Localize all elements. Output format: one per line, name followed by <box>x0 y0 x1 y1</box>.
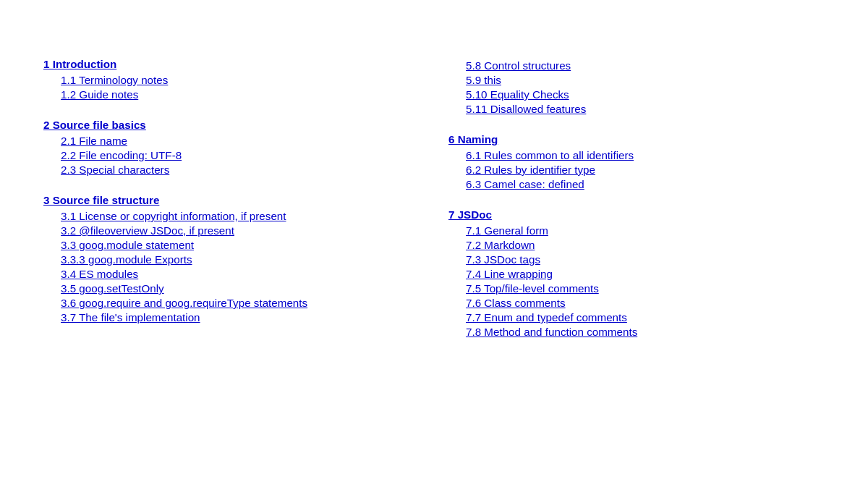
section-heading-sec6: 6 Naming <box>448 133 825 146</box>
toc-link[interactable]: 5.11 Disallowed features <box>466 103 586 115</box>
list-item: 5.8 Control structures <box>466 59 825 72</box>
toc-link[interactable]: 6.1 Rules common to all identifiers <box>466 149 634 161</box>
list-item: 3.7 The file's implementation <box>61 311 420 324</box>
section-link-sec3[interactable]: 3 Source file structure <box>43 194 159 206</box>
toc-link[interactable]: 7.4 Line wrapping <box>466 268 553 280</box>
list-item: 3.2 @fileoverview JSDoc, if present <box>61 224 420 237</box>
sub-items-sec6: 6.1 Rules common to all identifiers6.2 R… <box>448 149 825 191</box>
list-item: 2.1 File name <box>61 135 420 148</box>
list-item: 7.8 Method and function comments <box>466 326 825 339</box>
toc-link[interactable]: 1.2 Guide notes <box>61 88 138 101</box>
toc-link[interactable]: 5.8 Control structures <box>466 59 571 72</box>
toc-container: 1 Introduction1.1 Terminology notes1.2 G… <box>43 58 825 356</box>
toc-link[interactable]: 3.3 goog.module statement <box>61 239 194 251</box>
section-group-sec1: 1 Introduction1.1 Terminology notes1.2 G… <box>43 58 420 101</box>
toc-link[interactable]: 7.5 Top/file-level comments <box>466 282 599 295</box>
section-group-sec6: 6 Naming6.1 Rules common to all identifi… <box>448 133 825 191</box>
section-heading-sec3: 3 Source file structure <box>43 194 420 207</box>
list-item: 2.2 File encoding: UTF-8 <box>61 149 420 162</box>
sub-items-sec7: 7.1 General form7.2 Markdown7.3 JSDoc ta… <box>448 224 825 339</box>
list-item: 7.2 Markdown <box>466 239 825 252</box>
section-group-sec3: 3 Source file structure3.1 License or co… <box>43 194 420 324</box>
section-link-sec6[interactable]: 6 Naming <box>448 133 498 145</box>
list-item: 6.3 Camel case: defined <box>466 178 825 191</box>
list-item: 5.11 Disallowed features <box>466 103 825 116</box>
section-heading-sec7: 7 JSDoc <box>448 208 825 221</box>
toc-link[interactable]: 7.3 JSDoc tags <box>466 253 540 266</box>
toc-link[interactable]: 3.6 goog.require and goog.requireType st… <box>61 297 307 309</box>
list-item: 6.2 Rules by identifier type <box>466 164 825 177</box>
list-item: 7.1 General form <box>466 224 825 237</box>
sub-items-sec1: 1.1 Terminology notes1.2 Guide notes <box>43 74 420 101</box>
section-link-sec1[interactable]: 1 Introduction <box>43 58 116 70</box>
toc-link[interactable]: 7.6 Class comments <box>466 297 566 309</box>
toc-link[interactable]: 7.2 Markdown <box>466 239 535 251</box>
section-group-sec5cont: 5.8 Control structures5.9 this5.10 Equal… <box>448 59 825 116</box>
toc-link[interactable]: 3.5 goog.setTestOnly <box>61 282 164 295</box>
toc-left-column: 1 Introduction1.1 Terminology notes1.2 G… <box>43 58 420 356</box>
list-item: 1.2 Guide notes <box>61 88 420 101</box>
toc-link[interactable]: 3.4 ES modules <box>61 268 138 280</box>
section-heading-sec1: 1 Introduction <box>43 58 420 71</box>
toc-link[interactable]: 1.1 Terminology notes <box>61 74 168 86</box>
toc-link[interactable]: 3.7 The file's implementation <box>61 311 200 323</box>
toc-link[interactable]: 2.2 File encoding: UTF-8 <box>61 149 182 161</box>
sub-items-sec2: 2.1 File name2.2 File encoding: UTF-82.3… <box>43 135 420 177</box>
list-item: 7.6 Class comments <box>466 297 825 310</box>
toc-link[interactable]: 7.1 General form <box>466 224 548 237</box>
toc-link[interactable]: 5.10 Equality Checks <box>466 88 569 101</box>
list-item: 1.1 Terminology notes <box>61 74 420 87</box>
list-item: 3.1 License or copyright information, if… <box>61 210 420 223</box>
sub-items-sec5cont: 5.8 Control structures5.9 this5.10 Equal… <box>448 59 825 116</box>
list-item: 5.9 this <box>466 74 825 87</box>
toc-link[interactable]: 7.7 Enum and typedef comments <box>466 311 627 323</box>
list-item: 2.3 Special characters <box>61 164 420 177</box>
list-item: 7.4 Line wrapping <box>466 268 825 281</box>
list-item: 7.3 JSDoc tags <box>466 253 825 266</box>
list-item: 3.5 goog.setTestOnly <box>61 282 420 295</box>
list-item: 6.1 Rules common to all identifiers <box>466 149 825 162</box>
list-item: 3.6 goog.require and goog.requireType st… <box>61 297 420 310</box>
toc-link[interactable]: 3.2 @fileoverview JSDoc, if present <box>61 224 234 237</box>
toc-link[interactable]: 2.1 File name <box>61 135 127 147</box>
sub-items-sec3: 3.1 License or copyright information, if… <box>43 210 420 324</box>
toc-link[interactable]: 2.3 Special characters <box>61 164 169 176</box>
list-item: 3.4 ES modules <box>61 268 420 281</box>
list-item: 5.10 Equality Checks <box>466 88 825 101</box>
toc-link[interactable]: 7.8 Method and function comments <box>466 326 637 338</box>
toc-link[interactable]: 3.3.3 goog.module Exports <box>61 253 192 266</box>
toc-link[interactable]: 5.9 this <box>466 74 501 86</box>
section-link-sec2[interactable]: 2 Source file basics <box>43 119 146 131</box>
section-heading-sec2: 2 Source file basics <box>43 119 420 132</box>
section-group-sec2: 2 Source file basics2.1 File name2.2 Fil… <box>43 119 420 177</box>
toc-right-column: 5.8 Control structures5.9 this5.10 Equal… <box>448 58 825 356</box>
section-group-sec7: 7 JSDoc7.1 General form7.2 Markdown7.3 J… <box>448 208 825 339</box>
section-link-sec7[interactable]: 7 JSDoc <box>448 208 492 221</box>
list-item: 7.5 Top/file-level comments <box>466 282 825 295</box>
toc-link[interactable]: 6.2 Rules by identifier type <box>466 164 595 176</box>
list-item: 7.7 Enum and typedef comments <box>466 311 825 324</box>
toc-link[interactable]: 6.3 Camel case: defined <box>466 178 584 190</box>
list-item: 3.3 goog.module statement <box>61 239 420 252</box>
toc-link[interactable]: 3.1 License or copyright information, if… <box>61 210 286 222</box>
list-item: 3.3.3 goog.module Exports <box>61 253 420 266</box>
